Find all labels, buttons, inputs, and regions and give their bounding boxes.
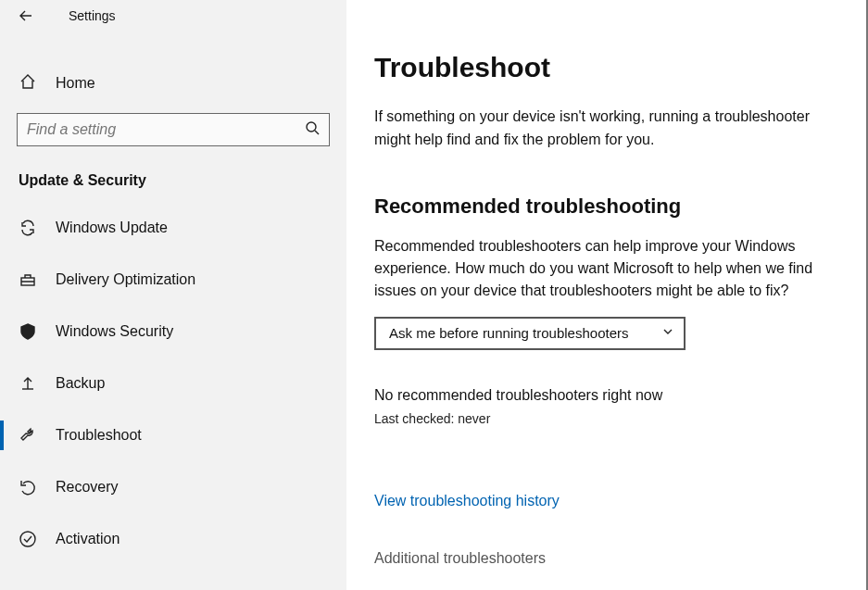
sidebar-item-activation[interactable]: Activation: [0, 513, 346, 565]
view-history-link[interactable]: View troubleshooting history: [374, 493, 560, 509]
sidebar-item-label: Windows Security: [56, 323, 173, 340]
chevron-down-icon: [661, 325, 674, 341]
search-input[interactable]: [27, 121, 305, 138]
status-text: No recommended troubleshooters right now: [374, 387, 840, 404]
svg-point-0: [307, 122, 316, 132]
sidebar-home[interactable]: Home: [0, 59, 346, 107]
sidebar-item-label: Activation: [56, 531, 120, 547]
additional-troubleshooters-heading: Additional troubleshooters: [374, 550, 840, 567]
dropdown-value: Ask me before running troubleshooters: [389, 325, 628, 341]
page-title: Troubleshoot: [374, 52, 840, 83]
home-icon: [19, 72, 37, 94]
svg-point-2: [20, 532, 35, 546]
app-title: Settings: [69, 8, 116, 23]
sidebar-item-backup[interactable]: Backup: [0, 358, 346, 409]
sidebar-item-label: Troubleshoot: [56, 427, 142, 444]
recommended-heading: Recommended troubleshooting: [374, 195, 840, 219]
sidebar-section-title: Update & Security: [19, 172, 346, 189]
sidebar-item-windows-security[interactable]: Windows Security: [0, 306, 346, 358]
sidebar-item-label: Windows Update: [56, 220, 168, 236]
recovery-icon: [19, 478, 37, 496]
wrench-icon: [19, 426, 37, 445]
backup-icon: [19, 374, 37, 393]
sync-icon: [19, 219, 37, 237]
sidebar-item-troubleshoot[interactable]: Troubleshoot: [0, 409, 346, 461]
sidebar-item-label: Backup: [56, 375, 105, 392]
sidebar-home-label: Home: [56, 75, 95, 92]
sidebar-item-delivery-optimization[interactable]: Delivery Optimization: [0, 254, 346, 306]
intro-text: If something on your device isn't workin…: [374, 106, 837, 152]
back-icon[interactable]: [19, 8, 33, 23]
last-checked-text: Last checked: never: [374, 411, 840, 426]
sidebar-item-label: Delivery Optimization: [56, 271, 195, 288]
sidebar-item-label: Recovery: [56, 479, 119, 496]
search-input-wrap[interactable]: [17, 113, 330, 146]
search-icon: [305, 120, 320, 139]
delivery-icon: [19, 270, 37, 289]
shield-icon: [19, 322, 37, 341]
recommended-desc: Recommended troubleshooters can help imp…: [374, 235, 837, 302]
troubleshoot-policy-dropdown[interactable]: Ask me before running troubleshooters: [374, 317, 686, 350]
check-circle-icon: [19, 530, 37, 548]
sidebar-item-recovery[interactable]: Recovery: [0, 461, 346, 513]
sidebar-item-windows-update[interactable]: Windows Update: [0, 202, 346, 254]
